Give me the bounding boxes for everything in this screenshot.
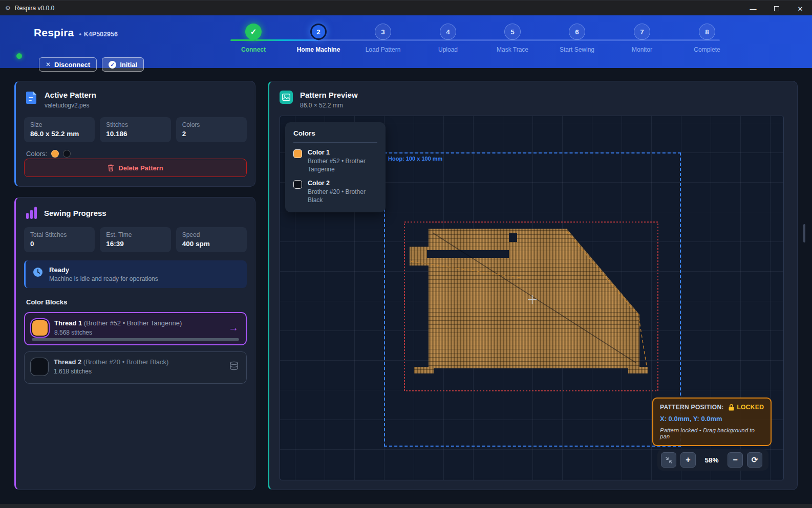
layers-icon [229, 361, 239, 373]
minimize-icon: — [750, 5, 757, 13]
card-title: Sewing Progress [44, 209, 106, 217]
step-number: 4 [440, 24, 456, 40]
window-titlebar: ⚙ Respira v0.0.0 — ✕ [0, 0, 812, 15]
color-dot-tangerine [51, 150, 59, 158]
stepper-step-upload[interactable]: 4 Upload [416, 24, 480, 53]
window-title: Respira v0.0.0 [15, 5, 54, 12]
maximize-icon [774, 6, 779, 11]
step-label: Start Sewing [560, 46, 594, 53]
sewing-progress-card: Sewing Progress Total Stitches 0 Est. Ti… [14, 197, 255, 490]
step-number: 2 [310, 24, 327, 40]
step-label: Load Pattern [366, 46, 401, 53]
stepper-step-mask-trace[interactable]: 5 Mask Trace [480, 24, 545, 53]
color-blocks-label: Color Blocks [16, 298, 255, 306]
position-coordinates: X: 0.0mm, Y: 0.0mm [660, 415, 764, 423]
reset-view-button[interactable]: ⟳ [747, 452, 762, 468]
step-number: 7 [634, 24, 650, 40]
stat-size: Size 86.0 x 52.2 mm [24, 117, 95, 142]
delete-pattern-label: Delete Pattern [118, 164, 163, 172]
stepper-step-load-pattern[interactable]: 3 Load Pattern [351, 24, 415, 53]
step-label: Mask Trace [497, 46, 528, 53]
card-title: Active Pattern [45, 91, 96, 99]
image-icon [280, 91, 293, 104]
legend-color-2: Color 2 Brother #20 • Brother Black [293, 180, 377, 204]
hoop-size-label: Hoop: 100 x 100 mm [388, 156, 442, 162]
colors-legend-panel: Colors Color 1 Brother #52 • Brother Tan… [285, 122, 386, 212]
legend-color-1: Color 1 Brother #52 • Brother Tangerine [293, 149, 377, 173]
window-controls: — ✕ [741, 1, 812, 16]
stat-stitches: Stitches 10.186 [100, 117, 170, 142]
preview-canvas[interactable]: Hoop: 100 x 100 mm Colors Color 1 Brothe… [280, 116, 784, 480]
thread2-swatch [32, 359, 47, 374]
close-icon: ✕ [798, 5, 803, 13]
step-label: Complete [694, 46, 720, 53]
locked-badge: LOCKED [737, 404, 764, 411]
thread1-progress-bar [32, 338, 239, 341]
workflow-stepper: ✓ Connect 2 Home Machine 3 Load Pattern … [0, 15, 812, 68]
plus-icon: + [686, 455, 690, 465]
colors-label: Colors: [26, 150, 47, 158]
pattern-dimensions: 86.0 × 52.2 mm [300, 102, 358, 109]
step-label: Home Machine [297, 46, 340, 53]
step-label: Upload [438, 46, 458, 53]
color-dot-black [63, 150, 71, 158]
window-bottom-edge [0, 504, 812, 508]
thread-block-1[interactable]: Thread 1 (Brother #52 • Brother Tangerin… [24, 312, 247, 345]
app-icon: ⚙ [5, 5, 11, 12]
arrow-right-icon: → [228, 322, 239, 334]
thread1-swatch [32, 320, 48, 336]
zoom-level: 58% [700, 456, 723, 464]
zoom-toolbar: + 58% − ⟳ [657, 449, 768, 471]
stepper-step-start-sewing[interactable]: 6 Start Sewing [545, 24, 609, 53]
delete-pattern-button[interactable]: Delete Pattern [24, 159, 247, 177]
color1-swatch [293, 149, 302, 158]
thread2-stitch-count: 1.618 stitches [54, 368, 168, 375]
step-label: Monitor [632, 46, 652, 53]
stat-total-stitches: Total Stitches 0 [24, 227, 95, 252]
step-check-icon: ✓ [245, 24, 262, 40]
pattern-filename: valetudogv2.pes [45, 102, 96, 109]
machine-status-banner: Ready Machine is idle and ready for oper… [24, 260, 247, 288]
fit-to-screen-button[interactable] [661, 452, 676, 468]
refresh-icon: ⟳ [752, 455, 758, 465]
stepper-step-monitor[interactable]: 7 Monitor [610, 24, 674, 53]
step-number: 3 [375, 24, 391, 40]
stat-speed: Speed 400 spm [176, 227, 247, 252]
stat-colors: Colors 2 [176, 117, 247, 142]
color2-swatch [293, 180, 302, 189]
thread1-stitch-count: 8.568 stitches [54, 329, 182, 336]
stat-est-time: Est. Time 16:39 [100, 227, 170, 252]
app-header: Respira •K4P502956 ✕ Disconnect ✓ Initia… [0, 15, 812, 68]
stepper-step-home-machine[interactable]: 2 Home Machine [286, 24, 351, 53]
close-button[interactable]: ✕ [788, 1, 812, 16]
position-hint: Pattern locked • Drag background to pan [660, 427, 764, 439]
fit-icon [665, 456, 673, 464]
pattern-position-overlay: PATTERN POSITION: LOCKED X: 0.0mm, Y: 0.… [652, 397, 772, 446]
step-number: 8 [699, 24, 715, 40]
status-title: Ready [49, 266, 158, 274]
minimize-button[interactable]: — [741, 1, 765, 16]
pattern-preview-card: Pattern Preview 86.0 × 52.2 mm [268, 81, 798, 490]
status-text: Machine is idle and ready for operations [49, 275, 158, 282]
minus-icon: − [733, 455, 737, 465]
colors-panel-title: Colors [293, 129, 377, 143]
trash-icon [108, 164, 114, 171]
center-crosshair-icon [528, 295, 537, 304]
bar-chart-icon [26, 207, 37, 219]
step-number: 6 [569, 24, 585, 40]
stepper-step-connect[interactable]: ✓ Connect [221, 24, 286, 53]
lock-icon [729, 404, 734, 411]
zoom-in-button[interactable]: + [680, 452, 696, 468]
card-title: Pattern Preview [300, 91, 358, 99]
document-icon [26, 91, 37, 104]
stepper-step-complete[interactable]: 8 Complete [675, 24, 739, 53]
clock-icon [33, 267, 43, 277]
maximize-button[interactable] [765, 1, 788, 16]
position-label: PATTERN POSITION: [660, 404, 724, 411]
thread-block-2[interactable]: Thread 2 (Brother #20 • Brother Black) 1… [24, 351, 247, 384]
vertical-scrollbar-thumb[interactable] [803, 224, 805, 242]
step-number: 5 [504, 24, 521, 40]
step-label: Connect [241, 46, 266, 53]
zoom-out-button[interactable]: − [728, 452, 743, 468]
active-pattern-card: Active Pattern valetudogv2.pes Size 86.0… [14, 81, 255, 187]
